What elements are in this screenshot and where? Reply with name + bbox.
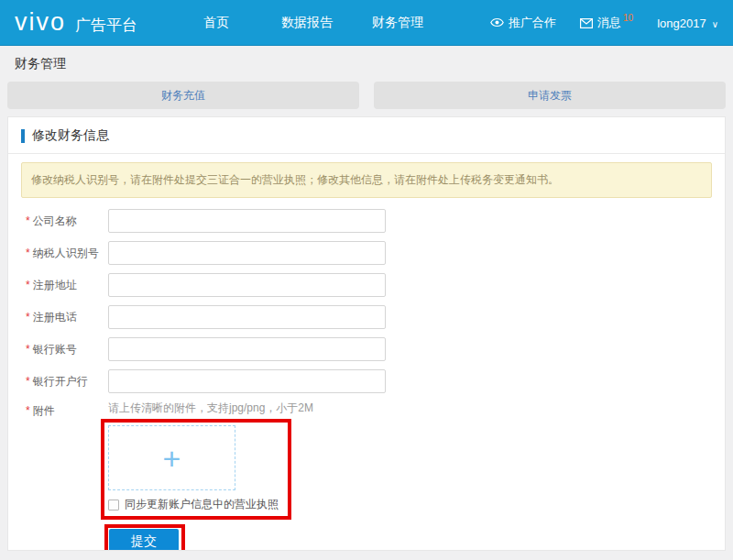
form-row-bank-branch: *银行开户行 [26,369,725,393]
tab-finance-recharge[interactable]: 财务充值 [7,82,359,109]
field-label: *公司名称 [26,214,108,229]
top-nav: 首页 数据报告 财务管理 [203,15,423,31]
form-row-bank-account: *银行账号 [26,337,725,361]
submit-button[interactable]: 提交 [109,529,179,551]
bank-branch-input[interactable] [108,369,386,393]
form-row-registered-address: *注册地址 [26,273,725,297]
eye-icon [490,17,504,28]
page-title: 财务管理 [15,56,66,72]
required-mark: * [26,343,30,356]
form-row-registered-phone: *注册电话 [26,305,725,329]
registered-phone-input[interactable] [108,305,386,329]
brand[interactable]: vivo 广告平台 [15,10,137,36]
finance-info-form: *公司名称 *纳税人识别号 *注册地址 *注册电话 *银行账号 *银行开户行 [26,209,725,551]
upload-attachment-dropzone[interactable]: + [108,425,235,490]
vivo-ad-platform-page: vivo 广告平台 首页 数据报告 财务管理 推广合作 消息 10 [0,0,733,560]
top-right-menu: 推广合作 消息 10 long2017 ∨ [490,0,718,46]
sync-license-label: 同步更新账户信息中的营业执照 [125,497,279,512]
user-menu[interactable]: long2017 ∨ [657,16,718,30]
top-navigation-bar: vivo 广告平台 首页 数据报告 财务管理 推广合作 消息 10 [0,0,733,46]
edit-finance-info-panel: 修改财务信息 修改纳税人识别号，请在附件处提交三证合一的营业执照；修改其他信息，… [7,116,726,551]
company-name-input[interactable] [108,209,386,233]
tabs-row: 财务充值 申请发票 [7,82,726,109]
field-label: *纳税人识别号 [26,246,108,261]
promo-cooperation-link[interactable]: 推广合作 [490,15,556,31]
page-title-strip: 财务管理 [0,46,733,82]
nav-item-finance[interactable]: 财务管理 [372,15,423,31]
section-header: 修改财务信息 [8,117,725,154]
form-row-attachment: *附件 请上传清晰的附件，支持jpg/png，小于2M + 同步更新账户信息中的… [26,401,725,551]
required-mark: * [26,311,30,324]
plus-icon: + [163,443,181,474]
form-row-company-name: *公司名称 [26,209,725,233]
section-accent-bar [21,129,25,143]
form-row-taxpayer-id: *纳税人识别号 [26,241,725,265]
vivo-logo: vivo [15,10,66,35]
required-mark: * [26,404,30,417]
required-mark: * [26,375,30,388]
chevron-down-icon: ∨ [712,19,718,29]
section-title: 修改财务信息 [32,127,109,144]
tab-apply-invoice[interactable]: 申请发票 [374,82,726,109]
messages-label: 消息 [597,15,621,31]
registered-address-input[interactable] [108,273,386,297]
field-label: *银行账号 [26,342,108,357]
required-mark: * [26,279,30,291]
field-label: *注册地址 [26,278,108,293]
promo-label: 推广合作 [509,15,556,31]
taxpayer-id-input[interactable] [108,241,386,265]
annotation-rect-submit: 提交 [104,524,185,551]
attachment-hint: 请上传清晰的附件，支持jpg/png，小于2M [108,401,313,414]
sync-license-checkbox[interactable] [108,500,119,511]
field-label: *附件 [26,403,108,419]
field-label: *注册电话 [26,310,108,325]
brand-suffix: 广告平台 [75,15,137,36]
username: long2017 [657,16,706,30]
field-label: *银行开户行 [26,374,108,390]
messages-link[interactable]: 消息 10 [580,15,633,31]
nav-item-home[interactable]: 首页 [203,15,229,31]
messages-count-badge: 10 [623,13,633,23]
notice-banner: 修改纳税人识别号，请在附件处提交三证合一的营业执照；修改其他信息，请在附件处上传… [21,162,712,198]
attachment-column: 请上传清晰的附件，支持jpg/png，小于2M + 同步更新账户信息中的营业执照… [108,401,313,551]
sync-license-row: 同步更新账户信息中的营业执照 [108,497,279,512]
annotation-rect-upload: + 同步更新账户信息中的营业执照 [101,419,291,520]
nav-item-data-report[interactable]: 数据报告 [281,15,333,31]
required-mark: * [26,214,30,227]
required-mark: * [26,247,30,259]
bank-account-input[interactable] [108,337,386,361]
mail-icon [580,18,593,28]
